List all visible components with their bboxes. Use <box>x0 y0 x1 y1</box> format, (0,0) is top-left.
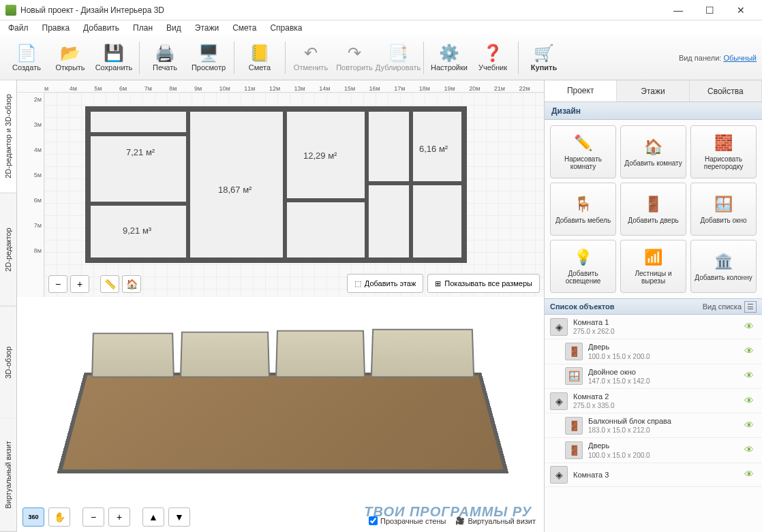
plan-canvas[interactable]: 7,21 м² 18,67 м² 12,29 м² 6,16 м² 9,21 м… <box>44 93 544 297</box>
room-area-1: 7,21 м² <box>126 147 155 157</box>
room-area-3: 12,29 м² <box>303 151 337 161</box>
estimate-button[interactable]: 📒Смета <box>239 39 281 77</box>
visibility-toggle[interactable]: 👁 <box>744 321 757 333</box>
menu-view[interactable]: Вид <box>161 22 187 34</box>
show-dimensions-button[interactable]: ⊞Показывать все размеры <box>427 274 540 293</box>
design-icon: 🪑 <box>573 195 594 214</box>
menu-file[interactable]: Файл <box>3 22 34 34</box>
design-button-3[interactable]: 🪑Добавить мебель <box>550 183 616 236</box>
pane-3d-view[interactable]: 360 ✋ − + ▲ ▼ Прозрачные стены 🎥 Виртуал… <box>17 297 544 532</box>
design-icon: 🏛️ <box>713 252 735 271</box>
gear-icon: ⚙️ <box>438 44 460 63</box>
object-icon: ◈ <box>550 392 568 410</box>
list-mode-icon[interactable]: ☰ <box>744 301 757 313</box>
settings-button[interactable]: ⚙️Настройки <box>428 39 470 77</box>
tab-project[interactable]: Проект <box>545 80 617 101</box>
help-icon: ❓ <box>482 44 504 63</box>
right-panel: Проект Этажи Свойства Дизайн ✏️Нарисоват… <box>544 80 762 532</box>
design-icon: 🧱 <box>713 134 735 153</box>
print-button[interactable]: 🖨️Печать <box>144 39 186 77</box>
zoom-out-3d-button[interactable]: − <box>82 507 104 527</box>
menu-plan[interactable]: План <box>127 22 158 34</box>
design-icon: ✏️ <box>573 134 594 153</box>
dimensions-icon: ⊞ <box>435 279 441 288</box>
measure-button[interactable]: 📏 <box>100 275 119 293</box>
menu-edit[interactable]: Правка <box>37 22 76 34</box>
window-title: Новый проект - Дизайн Интерьера 3D <box>20 5 662 15</box>
panel-mode-link[interactable]: Обычный <box>723 54 757 62</box>
ruler-vertical: 2м3м4м5м6м7м8м <box>17 93 44 297</box>
design-button-2[interactable]: 🧱Нарисовать перегородку <box>690 125 757 178</box>
vtab-combined[interactable]: 2D-редактор и 3D-обзор <box>0 80 16 193</box>
tab-floors[interactable]: Этажи <box>617 80 689 101</box>
visibility-toggle[interactable]: 👁 <box>744 444 757 456</box>
object-item-6[interactable]: ◈Комната 3👁 <box>545 463 762 487</box>
vtab-3d-view[interactable]: 3D-обзор <box>0 307 16 420</box>
design-icon: 🪟 <box>713 195 735 214</box>
minimize-button[interactable]: — <box>662 0 694 20</box>
room-area-2: 18,67 м² <box>218 185 252 195</box>
maximize-button[interactable]: ☐ <box>694 0 725 20</box>
menu-floors[interactable]: Этажи <box>189 22 224 34</box>
pan-button[interactable]: ✋ <box>48 507 70 527</box>
object-item-4[interactable]: 🚪Балконный блок справа183.0 x 15.0 x 212… <box>545 413 762 438</box>
menu-help[interactable]: Справка <box>264 22 307 34</box>
zoom-in-2d-button[interactable]: + <box>70 275 89 293</box>
design-button-7[interactable]: 📶Лестницы и вырезы <box>620 240 686 293</box>
design-icon: 🚪 <box>643 195 665 214</box>
design-button-6[interactable]: 💡Добавить освещение <box>550 240 616 293</box>
home-button[interactable]: 🏠 <box>122 275 141 293</box>
design-button-5[interactable]: 🪟Добавить окно <box>690 183 757 236</box>
design-button-8[interactable]: 🏛️Добавить колонну <box>690 240 757 293</box>
vtab-2d-editor[interactable]: 2D-редактор <box>0 193 16 307</box>
buy-button[interactable]: 🛒Купить <box>523 39 565 77</box>
floorplan[interactable]: 7,21 м² 18,67 м² 12,29 м² 6,16 м² 9,21 м… <box>85 106 467 263</box>
create-button[interactable]: 📄Создать <box>5 39 48 77</box>
save-button[interactable]: 💾Сохранить <box>93 39 135 77</box>
preview-button[interactable]: 🖥️Просмотр <box>187 39 230 77</box>
visibility-toggle[interactable]: 👁 <box>744 345 757 358</box>
zoom-out-2d-button[interactable]: − <box>48 275 67 293</box>
add-floor-button[interactable]: ⬚Добавить этаж <box>347 274 423 293</box>
design-button-1[interactable]: 🏠Добавить комнату <box>620 125 686 178</box>
room-area-4: 6,16 м² <box>419 144 448 154</box>
tutorial-button[interactable]: ❓Учебник <box>472 39 514 77</box>
notepad-icon: 📒 <box>249 44 271 63</box>
object-item-0[interactable]: ◈Комната 1275.0 x 262.0👁 <box>545 315 762 339</box>
design-button-4[interactable]: 🚪Добавить дверь <box>620 183 686 236</box>
object-item-5[interactable]: 🚪Дверь100.0 x 15.0 x 200.0👁 <box>545 438 762 463</box>
rotate-360-button[interactable]: 360 <box>22 507 44 527</box>
menubar: Файл Правка Добавить План Вид Этажи Смет… <box>0 20 762 35</box>
pane-2d-editor[interactable]: 2м3м4м5м6м7м8м 7,21 м² 18,67 м² 12,29 м² <box>17 93 544 297</box>
object-item-3[interactable]: ◈Комната 2275.0 x 335.0👁 <box>545 389 762 413</box>
open-button[interactable]: 📂Открыть <box>49 39 91 77</box>
panel-mode-selector: Вид панели:Обычный <box>679 54 757 62</box>
object-item-2[interactable]: 🪟Двойное окно147.0 x 15.0 x 142.0👁 <box>545 364 762 389</box>
design-button-0[interactable]: ✏️Нарисовать комнату <box>550 125 616 178</box>
redo-button[interactable]: ↷Повторить <box>333 39 376 77</box>
transparent-walls-checkbox[interactable]: Прозрачные стены <box>369 516 446 525</box>
menu-add[interactable]: Добавить <box>78 22 125 34</box>
object-item-1[interactable]: 🚪Дверь100.0 x 15.0 x 200.0👁 <box>545 339 762 364</box>
record-visit-button[interactable]: 🎥 Виртуальный визит <box>455 516 536 525</box>
visibility-toggle[interactable]: 👁 <box>744 469 757 481</box>
file-new-icon: 📄 <box>16 44 37 63</box>
tilt-down-button[interactable]: ▼ <box>168 507 190 527</box>
tilt-up-button[interactable]: ▲ <box>142 507 164 527</box>
tab-properties[interactable]: Свойства <box>690 80 762 101</box>
object-icon: 🚪 <box>565 417 583 435</box>
menu-estimate[interactable]: Смета <box>227 22 262 34</box>
toolbar: 📄Создать 📂Открыть 💾Сохранить 🖨️Печать 🖥️… <box>0 35 762 80</box>
zoom-in-3d-button[interactable]: + <box>108 507 130 527</box>
visibility-toggle[interactable]: 👁 <box>744 420 757 432</box>
undo-button[interactable]: ↶Отменить <box>290 39 332 77</box>
ruler-horizontal: м4м5м6м7м8м9м10м11м12м13м14м15м16м17м18м… <box>17 80 544 93</box>
duplicate-button[interactable]: 📑Дублировать <box>377 39 419 77</box>
scene-3d[interactable] <box>44 311 521 501</box>
visibility-toggle[interactable]: 👁 <box>744 370 757 382</box>
room-area-5: 9,21 м³ <box>123 225 151 236</box>
vtab-virtual-visit[interactable]: Виртуальный визит <box>0 419 16 532</box>
object-icon: 🪟 <box>565 367 583 385</box>
visibility-toggle[interactable]: 👁 <box>744 395 757 407</box>
close-button[interactable]: ✕ <box>725 0 757 20</box>
